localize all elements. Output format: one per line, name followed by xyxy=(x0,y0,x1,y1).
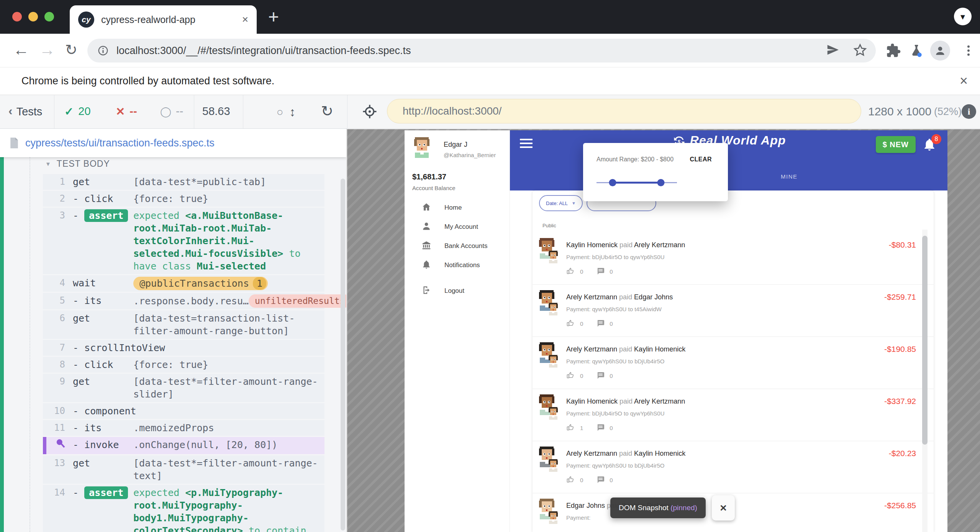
like-button[interactable] xyxy=(566,319,575,329)
aut-url-display[interactable]: http://localhost:3000/ xyxy=(387,99,861,123)
macos-close-button[interactable] xyxy=(12,12,22,21)
comment-count: 0 xyxy=(610,320,613,327)
forward-button[interactable]: → xyxy=(39,41,55,59)
command-row[interactable]: 7- scrollIntoView xyxy=(43,340,324,356)
clear-button[interactable]: CLEAR xyxy=(690,156,712,163)
command-message xyxy=(133,342,320,354)
like-button[interactable] xyxy=(566,371,575,381)
back-to-tests-button[interactable]: ‹ Tests xyxy=(8,105,42,118)
command-row[interactable]: - invoke.onChange(null, [20, 80]) xyxy=(43,437,324,454)
screen: cy cypress-realworld-app × + ▼ ← → ↻ loc… xyxy=(0,0,980,532)
selector-playground-button[interactable] xyxy=(362,103,378,122)
command-row[interactable]: 4wait@publicTransactions1 xyxy=(43,275,324,292)
bookmark-star-icon[interactable] xyxy=(853,43,867,57)
back-button[interactable]: ← xyxy=(13,41,29,59)
browser-profile-avatar[interactable] xyxy=(930,41,950,61)
test-body-toggle[interactable]: ▼ TEST BODY xyxy=(45,159,110,169)
comment-button[interactable] xyxy=(596,475,605,485)
date-filter-chip[interactable]: Date: ALL ▼ xyxy=(539,195,583,211)
transaction-social: 10 xyxy=(566,423,613,433)
transaction-avatars xyxy=(538,238,565,267)
like-button[interactable] xyxy=(566,423,575,433)
transaction-row[interactable]: Arely Kertzmann paid Kaylin HomenickPaym… xyxy=(533,441,934,493)
comment-icon xyxy=(596,371,605,380)
command-row[interactable]: 5- its.response.body.resu…unfilteredResu… xyxy=(43,293,324,309)
macos-minimize-button[interactable] xyxy=(28,12,38,21)
command-row[interactable]: 1get[data-test*=public-tab] xyxy=(43,174,324,190)
user-icon xyxy=(421,221,431,233)
notification-count-badge: 8 xyxy=(931,134,941,144)
user-handle: @Katharina_Bernier xyxy=(444,152,496,158)
transaction-amount: -$20.23 xyxy=(889,449,916,458)
command-number: 3 xyxy=(43,209,65,273)
command-row[interactable]: 6get[data-test=transaction-list-filter-a… xyxy=(43,310,324,339)
browser-tab[interactable]: cy cypress-realworld-app × xyxy=(70,5,257,34)
command-number: 1 xyxy=(43,176,65,188)
viewport-info-icon[interactable]: i xyxy=(962,104,976,119)
command-row[interactable]: 11- its.memoizedProps xyxy=(43,420,324,436)
command-message: .onChange(null, [20, 80]) xyxy=(133,438,320,453)
downloads-button[interactable]: ▼ xyxy=(954,8,972,25)
slider-thumb-max[interactable] xyxy=(657,179,665,186)
comment-count: 0 xyxy=(610,425,613,431)
sidebar-item-notifications[interactable]: Notifications xyxy=(405,256,510,275)
restart-tests-button[interactable]: ↻ xyxy=(321,103,333,120)
like-count: 0 xyxy=(580,373,583,379)
transaction-row[interactable]: Kaylin Homenick paid Arely KertzmannPaym… xyxy=(533,233,934,285)
transaction-social: 00 xyxy=(566,371,613,381)
command-message: expected <a.MuiButtonBase-root.MuiTab-ro… xyxy=(133,209,320,273)
comment-button[interactable] xyxy=(596,371,605,381)
slider-thumb-min[interactable] xyxy=(609,179,616,186)
command-row[interactable]: 2- click{force: true} xyxy=(43,191,324,207)
tab-mine[interactable]: MINE xyxy=(781,173,798,180)
new-tab-button[interactable]: + xyxy=(268,7,279,27)
reload-button[interactable]: ↻ xyxy=(65,41,77,58)
infobar-close-icon[interactable]: × xyxy=(960,73,968,89)
circle-icon: ◯ xyxy=(160,106,171,118)
transaction-row[interactable]: Arely Kertzmann paid Kaylin HomenickPaym… xyxy=(533,337,934,389)
send-tab-icon[interactable] xyxy=(826,43,840,57)
comment-button[interactable] xyxy=(596,423,605,433)
like-icon xyxy=(566,371,575,380)
comment-button[interactable] xyxy=(596,267,605,277)
transaction-row[interactable]: Kaylin Homenick paid Arely KertzmannPaym… xyxy=(533,389,934,441)
sidebar-item-home[interactable]: Home xyxy=(405,198,510,217)
transaction-description: Payment: bDjUb4ir5O to qywYp6hS0U xyxy=(566,410,665,417)
like-button[interactable] xyxy=(566,266,575,277)
browser-toolbar: ← → ↻ localhost:3000/__/#/tests/integrat… xyxy=(0,34,980,67)
snapshot-unpin-button[interactable]: × xyxy=(712,495,735,521)
reporter-scrollbar[interactable] xyxy=(341,179,345,530)
spec-path-link[interactable]: cypress/tests/ui/transaction-feeds.spec.… xyxy=(25,137,215,149)
command-row[interactable]: 14- assertexpected <p.MuiTypography-root… xyxy=(43,485,324,532)
auto-scroll-toggle[interactable]: ○↕ xyxy=(277,105,296,119)
command-row[interactable]: 3- assertexpected <a.MuiButtonBase-root.… xyxy=(43,208,324,274)
viewport-size: 1280 x 1000 xyxy=(868,105,931,118)
sidebar-item-my-account[interactable]: My Account xyxy=(405,217,510,236)
like-button[interactable] xyxy=(566,475,575,485)
transaction-avatars xyxy=(538,499,565,528)
command-row[interactable]: 10- component xyxy=(43,403,324,419)
sidebar-item-bank-accounts[interactable]: Bank Accounts xyxy=(405,236,510,256)
amount-range-slider[interactable] xyxy=(597,179,677,187)
browser-menu-icon[interactable] xyxy=(962,44,975,57)
extensions-puzzle-icon[interactable] xyxy=(886,43,901,58)
command-row[interactable]: 8- click{force: true} xyxy=(43,357,324,373)
test-duration: 58.63 xyxy=(202,105,230,118)
transaction-amount: -$259.71 xyxy=(884,292,916,302)
flask-extension-icon[interactable] xyxy=(909,43,924,58)
command-row[interactable]: 13get[data-test*=filter-amount-range-tex… xyxy=(43,455,324,484)
comment-button[interactable] xyxy=(596,319,605,329)
feed-scrollbar-thumb[interactable] xyxy=(922,236,928,445)
transaction-row[interactable]: Arely Kertzmann paid Edgar JohnsPayment:… xyxy=(533,285,934,337)
sidebar-item-logout[interactable]: Logout xyxy=(405,281,510,300)
page-info-icon[interactable] xyxy=(97,45,109,56)
like-icon xyxy=(566,319,575,328)
download-caret-icon: ▼ xyxy=(959,13,967,21)
address-bar[interactable]: localhost:3000/__/#/tests/integration/ui… xyxy=(87,39,876,62)
notifications-bell-button[interactable]: 8 xyxy=(922,137,939,154)
cypress-favicon-icon: cy xyxy=(78,11,94,28)
macos-zoom-button[interactable] xyxy=(44,12,54,21)
new-transaction-button[interactable]: $ NEW xyxy=(876,136,916,153)
tab-close-icon[interactable]: × xyxy=(242,14,248,25)
command-row[interactable]: 9get[data-test*=filter-amount-range-slid… xyxy=(43,374,324,402)
